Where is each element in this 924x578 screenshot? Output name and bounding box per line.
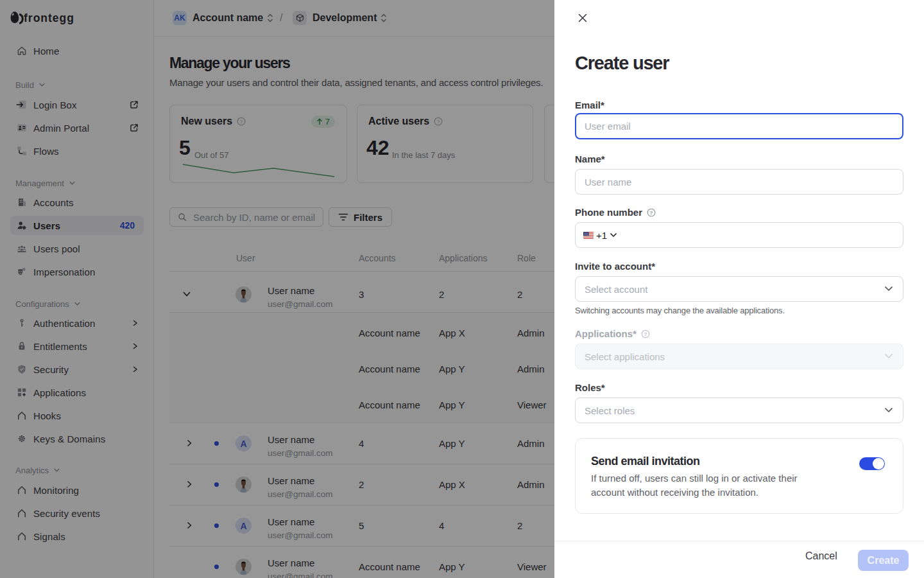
svg-text:?: ?	[644, 331, 647, 337]
svg-text:?: ?	[650, 210, 653, 216]
